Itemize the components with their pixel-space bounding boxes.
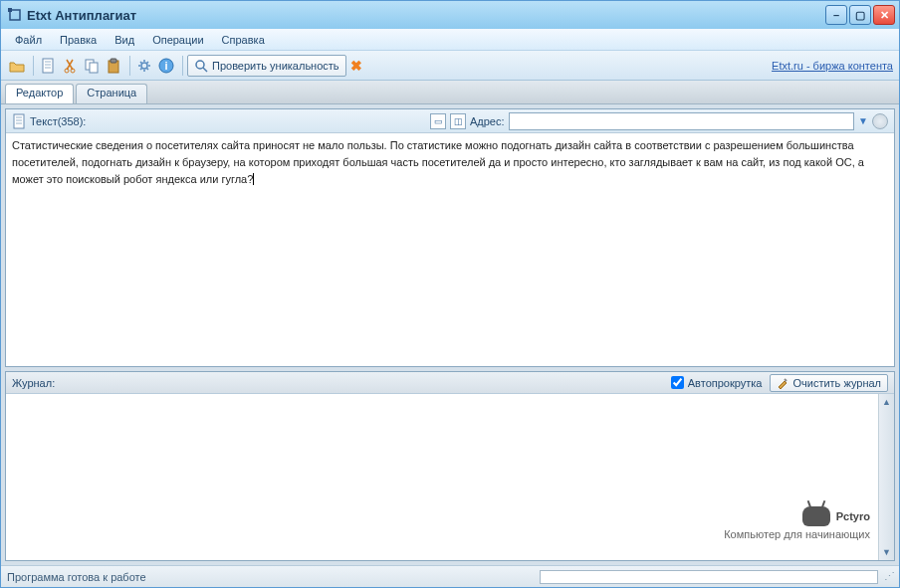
window-title: Etxt Антиплагиат	[27, 8, 825, 23]
text-editor[interactable]: Статистические сведения о посетителях са…	[6, 133, 894, 366]
statusbar: Программа готова к работе ⋰	[1, 565, 899, 587]
separator	[33, 56, 34, 76]
menubar: Файл Правка Вид Операции Справка	[1, 29, 899, 51]
broom-icon	[777, 377, 788, 389]
log-header: Журнал: Автопрокрутка Очистить журнал	[6, 372, 894, 394]
log-scrollbar[interactable]: ▲ ▼	[878, 394, 894, 560]
svg-rect-2	[43, 59, 53, 73]
watermark: Pctyro Компьютер для начинающих	[724, 506, 870, 540]
address-input[interactable]	[509, 112, 855, 130]
separator	[129, 56, 130, 76]
text-cursor	[253, 173, 254, 185]
copy-icon[interactable]	[82, 56, 102, 76]
tab-page[interactable]: Страница	[76, 84, 147, 103]
log-body[interactable]: ▲ ▼ Pctyro Компьютер для начинающих	[6, 394, 894, 560]
layout-single-icon[interactable]: ▭	[430, 113, 446, 129]
clear-log-label: Очистить журнал	[792, 377, 881, 389]
cut-icon[interactable]	[60, 56, 80, 76]
address-label: Адрес:	[470, 115, 505, 127]
bug-icon	[802, 506, 830, 526]
window-buttons: – ▢ ✕	[825, 5, 895, 25]
log-label: Журнал:	[12, 377, 55, 389]
toolbar: i Проверить уникальность ✖ Etxt.ru - бир…	[1, 51, 899, 81]
text-count-label: Текст(358):	[30, 115, 86, 127]
new-doc-icon[interactable]	[38, 56, 58, 76]
menu-help[interactable]: Справка	[214, 32, 273, 48]
go-button[interactable]	[872, 113, 888, 129]
autoscroll-label: Автопрокрутка	[688, 377, 763, 389]
check-button-label: Проверить уникальность	[212, 60, 339, 72]
app-icon	[7, 7, 23, 23]
app-window: Etxt Антиплагиат – ▢ ✕ Файл Правка Вид О…	[0, 0, 900, 588]
cancel-check-icon[interactable]: ✖	[350, 58, 362, 74]
menu-operations[interactable]: Операции	[144, 32, 211, 48]
status-text: Программа готова к работе	[7, 571, 146, 583]
svg-text:i: i	[164, 60, 167, 72]
doc-icon	[12, 113, 26, 129]
svg-rect-8	[111, 59, 116, 63]
scroll-down-icon[interactable]: ▼	[879, 544, 894, 560]
resize-grip[interactable]: ⋰	[884, 570, 893, 583]
clear-log-button[interactable]: Очистить журнал	[770, 374, 888, 392]
menu-file[interactable]: Файл	[7, 32, 50, 48]
tab-editor[interactable]: Редактор	[5, 84, 74, 103]
titlebar[interactable]: Etxt Антиплагиат – ▢ ✕	[1, 1, 899, 29]
layout-split-icon[interactable]: ◫	[450, 113, 466, 129]
etxt-link[interactable]: Etxt.ru - биржа контента	[772, 60, 893, 72]
autoscroll-checkbox[interactable]: Автопрокрутка	[671, 376, 763, 389]
workspace: Текст(358): ▭ ◫ Адрес: ▼ Статистические …	[1, 104, 899, 565]
open-folder-icon[interactable]	[7, 56, 27, 76]
scroll-up-icon[interactable]: ▲	[879, 394, 894, 410]
log-panel: Журнал: Автопрокрутка Очистить журнал ▲ …	[5, 371, 895, 561]
watermark-sub: Компьютер для начинающих	[724, 528, 870, 540]
paste-icon[interactable]	[104, 56, 123, 76]
tabstrip: Редактор Страница	[1, 81, 899, 104]
svg-point-9	[141, 63, 147, 69]
separator	[182, 56, 183, 76]
settings-icon[interactable]	[134, 56, 154, 76]
document-panel: Текст(358): ▭ ◫ Адрес: ▼ Статистические …	[5, 108, 895, 367]
menu-view[interactable]: Вид	[107, 32, 142, 48]
svg-rect-1	[8, 8, 12, 12]
close-button[interactable]: ✕	[873, 5, 895, 25]
magnifier-icon	[194, 59, 208, 73]
check-uniqueness-button[interactable]: Проверить уникальность	[187, 55, 346, 77]
help-icon[interactable]: i	[156, 56, 176, 76]
address-dropdown-icon[interactable]: ▼	[858, 115, 868, 126]
editor-content: Статистические сведения о посетителях са…	[12, 139, 864, 185]
minimize-button[interactable]: –	[825, 5, 847, 25]
svg-rect-6	[90, 63, 98, 73]
watermark-brand: Pctyro	[836, 510, 870, 522]
maximize-button[interactable]: ▢	[849, 5, 871, 25]
document-header: Текст(358): ▭ ◫ Адрес: ▼	[6, 109, 894, 133]
svg-point-12	[196, 61, 204, 69]
progress-bar	[540, 570, 878, 584]
svg-rect-13	[14, 114, 24, 128]
autoscroll-input[interactable]	[671, 376, 684, 389]
menu-edit[interactable]: Правка	[52, 32, 105, 48]
